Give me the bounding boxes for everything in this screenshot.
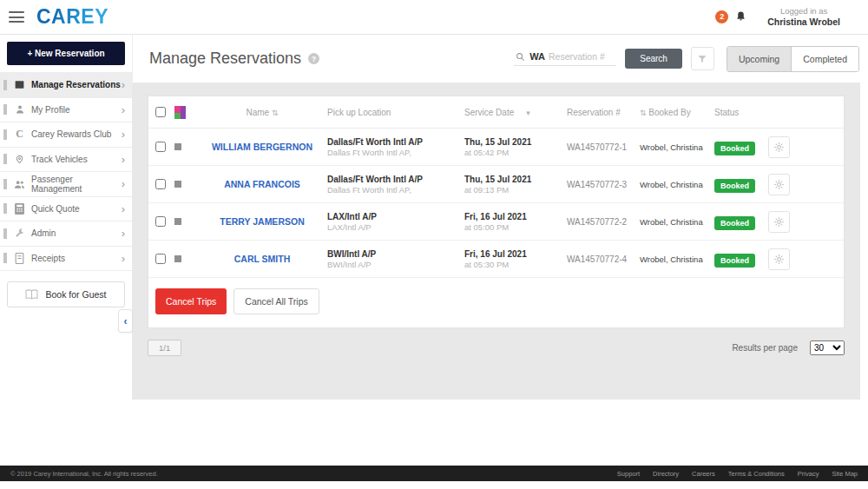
color-legend-icon[interactable]	[174, 106, 186, 119]
cancel-all-trips-button[interactable]: Cancel All Trips	[233, 288, 319, 314]
sidebar-item-label: Track Vehicles	[31, 155, 122, 164]
content-panel: Name ⇅ Pick up Location Service Date▾ Re…	[132, 83, 860, 400]
row-checkbox[interactable]	[155, 216, 166, 227]
footer-link-sitemap[interactable]: Site Map	[832, 470, 858, 478]
book-for-guest-label: Book for Guest	[45, 289, 106, 300]
reservations-table-card: Name ⇅ Pick up Location Service Date▾ Re…	[148, 96, 845, 328]
table-row: TERRY JAMERSON LAX/Intl A/P LAX/Intl A/P…	[148, 203, 844, 241]
footer-links: Support Directory Careers Terms & Condit…	[617, 470, 858, 478]
booked-by: Wrobel, Christina	[640, 142, 714, 152]
column-header-status[interactable]: Status	[714, 108, 768, 117]
select-all-checkbox[interactable]	[155, 107, 166, 117]
drag-handle-icon	[3, 203, 7, 214]
menu-icon[interactable]	[9, 11, 24, 23]
footer-link-careers[interactable]: Careers	[692, 470, 715, 478]
sidebar-item-admin[interactable]: Admin ›	[0, 221, 132, 247]
chevron-right-icon: ›	[122, 153, 125, 166]
sidebar-item-passenger-management[interactable]: Passenger Management ›	[0, 172, 132, 197]
status-badge: Booked	[714, 142, 755, 155]
help-icon[interactable]: ?	[308, 53, 319, 64]
caret-down-icon[interactable]: ▾	[526, 109, 530, 117]
reservations-icon	[14, 79, 25, 90]
search-placeholder: Reservation #	[549, 51, 605, 62]
row-actions-button[interactable]	[768, 174, 790, 195]
carey-logo: CAREY	[36, 5, 108, 29]
column-header-reservation[interactable]: Reservation #	[567, 108, 640, 117]
drag-handle-icon	[3, 228, 7, 239]
search-button[interactable]: Search	[625, 49, 682, 69]
footer-link-privacy[interactable]: Privacy	[798, 470, 819, 478]
footer-link-support[interactable]: Support	[617, 470, 640, 478]
user-icon	[14, 104, 25, 116]
tab-upcoming[interactable]: Upcoming	[727, 47, 791, 71]
table-header-row: Name ⇅ Pick up Location Service Date▾ Re…	[148, 96, 844, 129]
drag-handle-icon	[3, 154, 7, 164]
user-name: Christina Wrobel	[767, 17, 840, 29]
table-row: WILLIAM BERGERNON Dallas/Ft Worth Intl A…	[148, 129, 844, 166]
passenger-name-link[interactable]: CARL SMITH	[197, 254, 327, 264]
page-indicator[interactable]: 1/1	[148, 340, 181, 356]
booked-by: Wrobel, Christina	[640, 180, 714, 189]
book-for-guest-button[interactable]: Book for Guest	[7, 281, 125, 307]
sidebar-item-quick-quote[interactable]: Quick Quote ›	[0, 197, 132, 222]
chevron-left-icon: ‹	[124, 315, 128, 327]
chevron-right-icon: ›	[122, 128, 125, 141]
sidebar-item-manage-reservations[interactable]: Manage Reservations ›	[0, 73, 132, 98]
row-color-indicator	[174, 143, 181, 150]
notification-badge[interactable]: 2	[715, 10, 728, 23]
row-checkbox[interactable]	[155, 142, 166, 152]
sort-icon[interactable]: ⇅	[272, 109, 279, 117]
sidebar-item-carey-rewards-club[interactable]: C Carey Rewards Club ›	[0, 122, 132, 148]
page-title: Manage Reservations	[149, 50, 301, 68]
chevron-right-icon: ›	[122, 78, 125, 91]
drag-handle-icon	[3, 80, 7, 90]
bell-icon[interactable]	[735, 10, 746, 23]
row-actions-button[interactable]	[768, 136, 790, 158]
service-date-cell: Fri, 16 Jul 2021 at 05:00 PM	[464, 212, 567, 232]
row-checkbox[interactable]	[155, 254, 166, 264]
row-checkbox[interactable]	[155, 179, 166, 189]
receipt-icon	[14, 253, 25, 264]
rewards-icon: C	[14, 129, 25, 140]
sidebar-item-label: Carey Rewards Club	[31, 129, 122, 139]
pin-icon	[14, 154, 25, 165]
row-actions-button[interactable]	[768, 248, 790, 270]
passenger-name-link[interactable]: TERRY JAMERSON	[197, 216, 327, 227]
sort-icon[interactable]: ⇅	[640, 109, 647, 117]
sidebar-item-my-profile[interactable]: My Profile ›	[0, 98, 132, 123]
search-input[interactable]: WA Reservation #	[514, 51, 616, 66]
sidebar-item-track-vehicles[interactable]: Track Vehicles ›	[0, 148, 132, 173]
column-header-name[interactable]: Name ⇅	[197, 108, 327, 117]
passenger-name-link[interactable]: WILLIAM BERGERNON	[197, 142, 327, 152]
main-content: Manage Reservations ? WA Reservation # S…	[132, 35, 868, 489]
drag-handle-icon	[3, 179, 7, 189]
column-header-booked-by[interactable]: ⇅ Booked By	[640, 108, 714, 117]
pickup-location-cell: LAX/Intl A/P LAX/Intl A/P	[327, 212, 464, 232]
filter-button[interactable]	[691, 47, 714, 70]
footer-link-directory[interactable]: Directory	[653, 470, 679, 478]
results-per-page-select[interactable]: 30	[810, 340, 845, 355]
copyright-text: © 2019 Carey International, Inc. All rig…	[10, 470, 158, 478]
status-badge: Booked	[714, 179, 755, 193]
gear-icon	[773, 142, 785, 153]
sidebar-collapse-button[interactable]: ‹	[118, 309, 133, 333]
sidebar-item-receipts[interactable]: Receipts ›	[0, 247, 132, 272]
sidebar-item-label: Manage Reservations	[31, 80, 122, 89]
footer-link-terms[interactable]: Terms & Conditions	[728, 470, 785, 478]
chevron-right-icon: ›	[122, 227, 125, 240]
row-actions-button[interactable]	[768, 211, 790, 233]
gear-icon	[773, 179, 785, 190]
chevron-right-icon: ›	[122, 252, 125, 265]
cancel-trips-button[interactable]: Cancel Trips	[155, 288, 227, 314]
calculator-icon	[14, 203, 25, 215]
passenger-name-link[interactable]: ANNA FRANCOIS	[197, 179, 327, 189]
row-color-indicator	[174, 181, 181, 188]
new-reservation-button[interactable]: + New Reservation	[7, 42, 125, 65]
drag-handle-icon	[3, 104, 7, 115]
results-per-page-label: Results per page	[732, 343, 798, 353]
column-header-pickup[interactable]: Pick up Location	[327, 108, 464, 117]
tab-completed[interactable]: Completed	[791, 47, 858, 71]
column-header-service-date[interactable]: Service Date▾	[464, 108, 567, 117]
pagination-bar: 1/1 Results per page 30	[148, 340, 845, 356]
footer: © 2019 Carey International, Inc. All rig…	[0, 466, 868, 481]
